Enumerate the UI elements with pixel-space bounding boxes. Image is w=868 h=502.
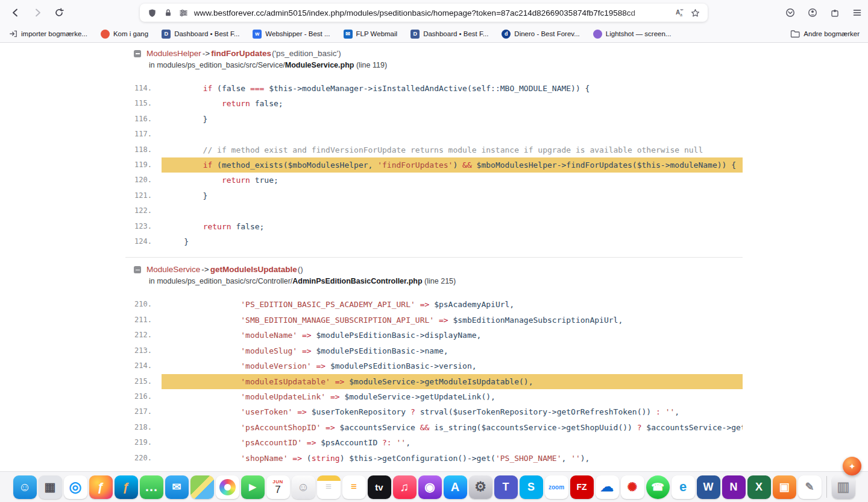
bookmark-item[interactable]: Lightshot — screen... <box>593 30 671 39</box>
dock-icon-glyph: ✎ <box>805 480 814 494</box>
code-text: // if method exist and findVersionForUpd… <box>165 145 703 154</box>
dock-excel[interactable]: X <box>747 475 771 499</box>
code-line <box>162 203 743 218</box>
bookmark-label: Dashboard • Best F... <box>174 30 239 37</box>
menu-hamburger-icon[interactable] <box>848 3 867 22</box>
code-line: // if method exist and findVersionForUpd… <box>162 142 743 157</box>
bookmark-item[interactable]: DDashboard • Best F... <box>162 30 239 39</box>
trace-class-name: ModulesHelper <box>146 49 201 59</box>
collapse-icon[interactable] <box>134 266 141 273</box>
bookmark-star-icon[interactable] <box>687 5 703 21</box>
trace-block: ModulesHelper->findForUpdates ('ps_editi… <box>125 43 743 257</box>
dock-trash[interactable]: ▥ <box>832 475 855 499</box>
code-line: return true; <box>162 173 743 188</box>
dock-word[interactable]: W <box>697 475 720 499</box>
code-line: 'psAccountID' => $psAccountID ?: '', <box>162 435 743 450</box>
dock-launchpad[interactable]: ▦ <box>39 475 62 499</box>
dock-mail[interactable]: ✉ <box>165 475 189 499</box>
dock-facetime[interactable]: ▶ <box>241 475 265 499</box>
code-text: return false; <box>165 99 283 108</box>
dock-app-store[interactable]: A <box>444 475 467 499</box>
dock-onedrive[interactable]: ☁ <box>596 475 619 499</box>
dock-contacts[interactable]: ☺ <box>292 475 315 499</box>
lock-icon[interactable] <box>160 5 176 21</box>
dock-icon-glyph: tv <box>375 482 383 492</box>
dock-maps[interactable] <box>190 475 214 499</box>
code-line: 'moduleSlug' => $modulePsEditionBasic->n… <box>162 343 743 358</box>
bookmark-item[interactable]: importer bogmærke... <box>8 30 87 39</box>
bookmark-favicon <box>593 30 602 39</box>
dock-notes[interactable]: ≡ <box>317 475 341 499</box>
floating-overlay-button[interactable]: ✦ <box>843 457 861 475</box>
line-number: 122. <box>125 203 162 218</box>
code-row: 220. 'shopName' => (string) $this->getCo… <box>125 451 743 466</box>
dock-photos[interactable] <box>216 475 239 499</box>
tracking-shield-icon[interactable] <box>145 5 160 21</box>
dock-icon-glyph: ✺ <box>627 480 638 494</box>
trace-header[interactable]: ModuleService->getModuleIsUpdatable () <box>125 265 743 275</box>
code-line: 'userToken' => $userTokenRepository ? st… <box>162 404 743 419</box>
back-button[interactable] <box>6 3 25 22</box>
dock-icon-glyph: ☺ <box>297 480 309 494</box>
bookmark-item[interactable]: dDinero - Best Forev... <box>502 30 579 39</box>
url-bar[interactable]: www.bestforever.cc/admin5015/index.php/m… <box>140 4 708 22</box>
extensions-puzzle-icon[interactable] <box>825 3 844 22</box>
dock-podcasts[interactable]: ◉ <box>418 475 442 499</box>
code-row: 213. 'moduleSlug' => $modulePsEditionBas… <box>125 343 743 358</box>
bookmark-label: Lightshot — screen... <box>606 30 671 37</box>
trace-header[interactable]: ModulesHelper->findForUpdates ('ps_editi… <box>125 49 743 59</box>
dock-zoom[interactable]: zoom <box>545 475 568 499</box>
line-number: 212. <box>125 328 162 343</box>
line-number: 115. <box>125 96 162 111</box>
code-text: if (false === $this->moduleManager->isIn… <box>165 84 590 93</box>
dock-onenote[interactable]: N <box>722 475 746 499</box>
line-number: 217. <box>125 404 162 419</box>
code-row: 124. } <box>125 234 743 249</box>
dock-icon-glyph: N <box>730 481 738 494</box>
trace-file-name: ModuleService.php <box>285 61 354 69</box>
dock-remote-desktop[interactable]: ▣ <box>773 475 796 499</box>
dock-finder[interactable]: ☺ <box>13 475 37 499</box>
dock-system-settings[interactable]: ⚙ <box>469 475 492 499</box>
dock-icon-glyph: ⚙ <box>474 479 486 495</box>
account-icon[interactable] <box>803 3 822 22</box>
dock-messages[interactable]: … <box>140 475 163 499</box>
dock-tv[interactable]: tv <box>368 475 391 499</box>
dock-teams[interactable]: T <box>494 475 518 499</box>
code-text <box>165 130 170 139</box>
bookmark-item[interactable]: Kom i gang <box>101 30 148 39</box>
bookmark-item[interactable]: DDashboard • Best F... <box>410 30 488 39</box>
dock-safari[interactable]: ◎ <box>64 475 87 499</box>
dock-icon-glyph: ▥ <box>837 479 850 495</box>
line-number: 210. <box>125 297 162 312</box>
code-excerpt: 114. if (false === $this->moduleManager-… <box>125 81 743 249</box>
reload-button[interactable] <box>49 3 69 22</box>
dock-skype[interactable]: S <box>520 475 543 499</box>
dock-reminders[interactable]: ≡ <box>342 475 366 499</box>
dock-icon-glyph: ♫ <box>400 480 409 494</box>
calendar-day: 7 <box>272 485 283 495</box>
dock-calendar[interactable]: JUN7 <box>266 475 290 499</box>
bookmark-favicon <box>101 30 110 39</box>
other-bookmarks-folder[interactable]: Andre bogmærker <box>790 30 860 38</box>
dock-icon-glyph: T <box>503 481 509 494</box>
dock-textedit[interactable]: ✎ <box>798 475 822 499</box>
permissions-tune-icon[interactable] <box>176 5 192 21</box>
forward-button[interactable] <box>28 3 47 22</box>
dock-edge[interactable]: e <box>671 475 695 499</box>
line-number: 117. <box>125 127 162 142</box>
line-number: 116. <box>125 112 162 127</box>
bookmark-item[interactable]: wWebshipper - Best ... <box>253 30 330 39</box>
translate-icon[interactable]: Aa <box>671 5 687 21</box>
dock-music[interactable]: ♫ <box>393 475 417 499</box>
dock-filezilla[interactable]: FZ <box>570 475 594 499</box>
pocket-icon[interactable] <box>781 3 800 22</box>
svg-text:a: a <box>680 13 682 17</box>
line-number: 121. <box>125 188 162 203</box>
dock-firefox-developer[interactable]: ƒ <box>115 475 138 499</box>
collapse-icon[interactable] <box>134 50 141 57</box>
dock-firefox[interactable]: ƒ <box>89 475 113 499</box>
bookmark-item[interactable]: ✉FLP Webmail <box>344 30 398 39</box>
dock-whatsapp[interactable]: ☎ <box>646 475 670 499</box>
dock-acrobat[interactable]: ✺ <box>621 475 644 499</box>
